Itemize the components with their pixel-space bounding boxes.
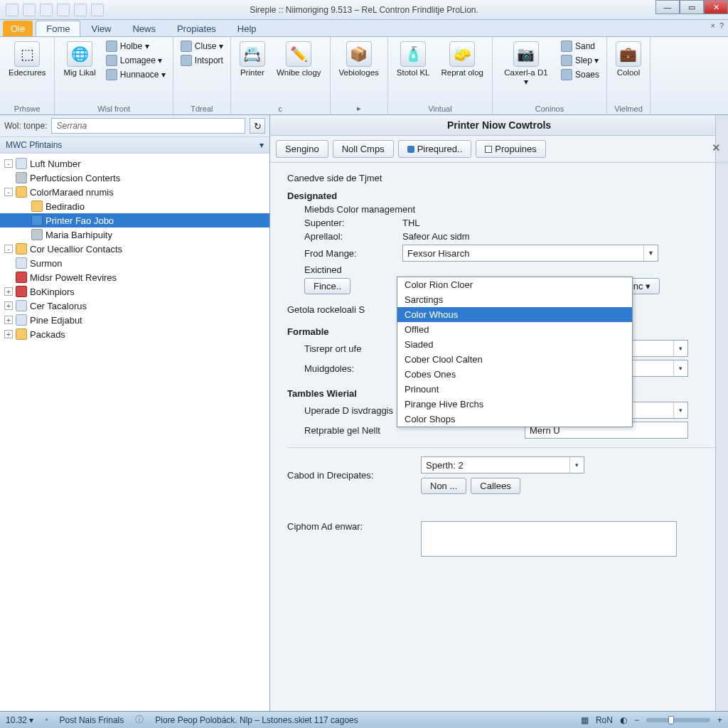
callees-button[interactable]: Callees xyxy=(471,478,520,494)
tree-toggle-icon xyxy=(20,202,28,210)
ribbon-button[interactable]: 📷Caxerl-a D1 ▾ xyxy=(497,40,555,103)
zoom-in-icon[interactable]: + xyxy=(717,715,722,725)
file-orb-tab[interactable]: Ole xyxy=(3,21,33,36)
ribbon-small-button[interactable]: Slep ▾ xyxy=(558,54,602,67)
ribbon-button[interactable]: ⬚Edecrures xyxy=(4,40,50,103)
dropdown-option[interactable]: Siaded xyxy=(397,337,632,352)
ribbon-small-button[interactable]: Cluse ▾ xyxy=(178,40,226,53)
ribbon-button[interactable]: 📇Printer xyxy=(235,40,269,103)
dropdown-option[interactable]: Pirange Hive Brchs xyxy=(397,397,632,412)
dropdown-option[interactable]: Cobes Ones xyxy=(397,367,632,382)
non-button[interactable]: Non ... xyxy=(421,478,466,494)
ribbon-button[interactable]: 📦Vebiologes xyxy=(335,40,383,102)
dropdown-option[interactable]: Color Shops xyxy=(397,412,632,427)
tab-propiates[interactable]: Propiates xyxy=(166,21,227,36)
chevron-down-icon[interactable]: ▼ xyxy=(643,245,658,261)
ribbon-small-button[interactable]: Intsport xyxy=(178,54,226,67)
tab-help[interactable]: Help xyxy=(227,21,267,36)
search-go-button[interactable]: ↻ xyxy=(250,118,265,134)
page-icon xyxy=(16,158,27,169)
combo-value: Sperth: 2 xyxy=(426,460,464,471)
search-input[interactable] xyxy=(51,118,245,134)
panel-tab-pirequred[interactable]: Pirequred.. xyxy=(398,140,472,158)
zoom-out-icon[interactable]: − xyxy=(634,715,639,725)
tree-item-label: Pine Edjabut xyxy=(30,315,82,326)
qat-button[interactable] xyxy=(23,4,36,16)
tree-item-label: Luft Number xyxy=(30,159,81,169)
qat-button[interactable] xyxy=(57,4,70,16)
qat-button[interactable] xyxy=(40,4,53,16)
frod-mange-dropdown[interactable]: Color Rion CloerSarctingsColor WhousOffl… xyxy=(397,277,633,427)
tree-item[interactable]: Maria Barhipuity xyxy=(0,228,269,242)
chevron-down-icon[interactable]: ▾ xyxy=(673,402,687,418)
tab-view[interactable]: View xyxy=(80,21,122,36)
dropdown-option[interactable]: Offled xyxy=(397,322,632,337)
tree-toggle-icon[interactable]: - xyxy=(4,188,13,196)
ribbon-close-icon[interactable]: × xyxy=(710,21,714,30)
ciphom-textarea[interactable] xyxy=(421,521,677,557)
tab-news[interactable]: News xyxy=(122,21,166,36)
panel-tab-propuines[interactable]: Propuines xyxy=(476,140,546,158)
window-title: Sireple :: Niimoriging 9.513 – ReL Contr… xyxy=(250,5,478,15)
tree-item[interactable]: -Luft Number xyxy=(0,156,269,171)
tree: -Luft NumberPerfucticsion Conterts-Color… xyxy=(0,154,269,711)
tree-item[interactable]: +Packads xyxy=(0,327,269,341)
dropdown-option[interactable]: Cober Clool Calten xyxy=(397,352,632,367)
minimize-button[interactable]: — xyxy=(655,0,680,14)
status-left[interactable]: 10.32 ▾ xyxy=(6,715,33,725)
panel-close-icon[interactable]: ✕ xyxy=(712,141,721,154)
chevron-down-icon[interactable]: ▾ xyxy=(259,140,264,150)
tree-item[interactable]: +Pine Edjabut xyxy=(0,313,269,327)
chevron-down-icon[interactable]: ▾ xyxy=(569,457,584,473)
panel-tab-nollcmps[interactable]: Noll Cmps xyxy=(333,140,394,158)
tree-toggle-icon[interactable]: + xyxy=(4,301,13,310)
tree-toggle-icon[interactable]: - xyxy=(4,159,13,168)
cabod-combo[interactable]: Sperth: 2▾ xyxy=(421,456,584,473)
tree-item[interactable]: +Cer Tacalorus xyxy=(0,299,269,313)
dropdown-option[interactable]: Prinount xyxy=(397,382,632,397)
dropdown-option[interactable]: Color Whous xyxy=(397,307,632,322)
ribbon-small-button[interactable]: Sand xyxy=(558,40,602,53)
ribbon-help-icon[interactable]: ? xyxy=(719,21,724,30)
tree-toggle-icon[interactable]: + xyxy=(4,330,13,338)
ribbon-small-button[interactable]: Holbe ▾ xyxy=(103,40,168,53)
tree-item[interactable]: Perfucticsion Conterts xyxy=(0,171,269,185)
tree-item[interactable]: Printer Fao Jobo xyxy=(0,213,269,228)
ribbon-small-button[interactable]: Soaes xyxy=(558,68,602,81)
chevron-down-icon[interactable]: ▾ xyxy=(673,341,687,356)
ribbon-button[interactable]: 🌐Mig Likal xyxy=(59,40,100,103)
tree-toggle-icon[interactable]: + xyxy=(4,287,13,296)
tree-item[interactable]: Midsr Powelt Revires xyxy=(0,270,269,284)
maximize-button[interactable]: ▭ xyxy=(680,0,704,14)
frod-mange-combo[interactable]: Fexsor Hisarch ▼ xyxy=(402,245,658,262)
close-button[interactable]: ✕ xyxy=(704,0,728,14)
ribbon-button[interactable]: 🧴Stotol KL xyxy=(392,40,434,103)
ribbon-small-button[interactable]: Lomagee ▾ xyxy=(103,54,168,67)
tree-item[interactable]: -ColorMaraed nrumis xyxy=(0,185,269,199)
ribbon-button[interactable]: ✏️Wnibe clogy xyxy=(272,40,326,103)
ribbon-button[interactable]: 💼Colool xyxy=(611,40,646,103)
tree-item[interactable]: Surmon xyxy=(0,256,269,270)
qat-button[interactable] xyxy=(91,4,104,16)
qat-button[interactable] xyxy=(74,4,87,16)
chevron-down-icon[interactable]: ▾ xyxy=(673,360,687,376)
ribbon-group-label: c xyxy=(235,103,326,113)
tree-toggle-icon[interactable]: + xyxy=(4,316,13,324)
tree-item[interactable]: Bediradio xyxy=(0,199,269,213)
dropdown-option[interactable]: Sarctings xyxy=(397,292,632,307)
status-indicator-icon[interactable]: ◐ xyxy=(620,715,627,725)
search-row: Wol: tonpe: ↻ xyxy=(0,115,269,137)
dropdown-option[interactable]: Color Rion Cloer xyxy=(397,277,632,292)
status-indicator-icon[interactable]: ▦ xyxy=(581,715,589,725)
ribbon-button[interactable]: 🧽Reprat olog xyxy=(437,40,487,103)
tree-toggle-icon[interactable]: - xyxy=(4,245,13,253)
tree-item[interactable]: +BoKinpiors xyxy=(0,284,269,299)
qat-button[interactable] xyxy=(6,4,18,16)
zoom-slider[interactable] xyxy=(646,718,710,722)
tab-fome[interactable]: Fome xyxy=(36,21,80,36)
fince-button[interactable]: Fince.. xyxy=(304,278,350,294)
panel-tab-sengino[interactable]: Sengino xyxy=(276,140,328,158)
tree-header[interactable]: MWC Pfintains ▾ xyxy=(0,137,269,154)
ribbon-small-button[interactable]: Hunnaoce ▾ xyxy=(103,68,168,81)
tree-item[interactable]: -Cor Uecallior Contacts xyxy=(0,242,269,256)
